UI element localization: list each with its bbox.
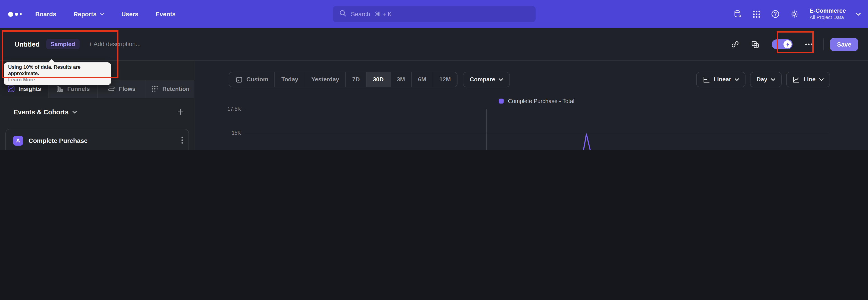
report-title[interactable]: Untitled	[14, 40, 40, 48]
add-description[interactable]: + Add description...	[89, 41, 141, 48]
nav-item-label: Boards	[35, 11, 56, 18]
funnels-icon	[56, 85, 64, 92]
tab-label: Insights	[19, 85, 41, 92]
events-cohorts-header: Events & Cohorts	[13, 108, 184, 116]
chart-panel: CustomTodayYesterday7D30D3M6M12M Compare…	[195, 61, 868, 150]
data-gear-icon[interactable]	[733, 9, 742, 19]
nav-item-label: Reports	[73, 11, 96, 18]
lightning-bolt-icon	[785, 42, 790, 47]
tab-retention[interactable]: Retention	[146, 80, 195, 98]
project-name: E-Commerce	[810, 7, 846, 15]
toggle-knob	[784, 40, 792, 49]
line-chart: 02,5005,0007,50010K12.5K15K17.5KMar 2Mar…	[195, 61, 868, 150]
divider	[824, 38, 824, 50]
tab-label: Flows	[119, 85, 135, 92]
project-switcher[interactable]: E-Commerce All Project Data	[810, 7, 846, 21]
sampling-tooltip: Using 10% of data. Results are approxima…	[4, 62, 111, 85]
add-to-board-icon[interactable]	[745, 40, 766, 49]
nav-item-label: Users	[121, 11, 138, 18]
header-actions: Save	[725, 28, 858, 61]
chevron-down-icon	[72, 111, 76, 113]
sampled-badge[interactable]: Sampled	[46, 39, 80, 49]
learn-more-link[interactable]: Learn More	[8, 77, 35, 82]
chevron-down-icon	[100, 13, 104, 16]
sampling-lightning-toggle[interactable]	[772, 39, 793, 49]
mixpanel-insights-app: BoardsReportsUsersEvents Search ⌘ + K	[0, 0, 868, 150]
search-input[interactable]: Search ⌘ + K	[333, 6, 536, 22]
add-event-button[interactable]	[177, 109, 184, 115]
event-card[interactable]: A Complete Purchase Count Total	[5, 129, 189, 150]
nav-right: E-Commerce All Project Data	[733, 0, 861, 28]
insights-icon	[7, 85, 15, 92]
mixpanel-logo-icon[interactable]	[8, 11, 22, 17]
tab-label: Funnels	[67, 85, 90, 92]
tooltip-text: Using 10% of data. Results are approxima…	[8, 64, 81, 76]
apps-grid-icon[interactable]	[752, 10, 761, 18]
nav-item-events[interactable]: Events	[156, 11, 176, 18]
search-icon	[339, 9, 346, 19]
nav-item-reports[interactable]: Reports	[73, 11, 104, 18]
more-ellipsis-icon[interactable]	[799, 43, 819, 46]
event-title: Complete Purchase	[29, 137, 88, 144]
top-nav: BoardsReportsUsersEvents Search ⌘ + K	[0, 0, 868, 28]
flows-icon	[107, 85, 115, 92]
search-placeholder: Search	[351, 11, 370, 18]
y-tick-label: 15K	[232, 130, 241, 136]
retention-icon	[151, 85, 159, 92]
tooltip-arrow	[48, 59, 55, 63]
report-header: Untitled Sampled + Add description...	[0, 28, 868, 61]
save-button[interactable]: Save	[830, 38, 858, 51]
event-letter-badge: A	[13, 136, 23, 145]
link-icon[interactable]	[725, 40, 745, 49]
project-scope: All Project Data	[810, 15, 846, 21]
nav-item-users[interactable]: Users	[121, 11, 138, 18]
search-shortcut: ⌘ + K	[375, 10, 392, 18]
settings-gear-icon[interactable]	[790, 9, 799, 19]
help-icon[interactable]	[771, 9, 780, 19]
events-cohorts-toggle[interactable]: Events & Cohorts	[13, 108, 76, 116]
series-line	[247, 134, 826, 150]
nav-items: BoardsReportsUsersEvents	[35, 11, 176, 18]
event-kebab-menu-icon[interactable]	[181, 136, 183, 145]
nav-item-boards[interactable]: Boards	[35, 11, 56, 18]
chevron-down-icon	[856, 12, 861, 16]
nav-item-label: Events	[156, 11, 176, 18]
tab-label: Retention	[162, 85, 189, 92]
y-tick-label: 17.5K	[227, 106, 241, 112]
